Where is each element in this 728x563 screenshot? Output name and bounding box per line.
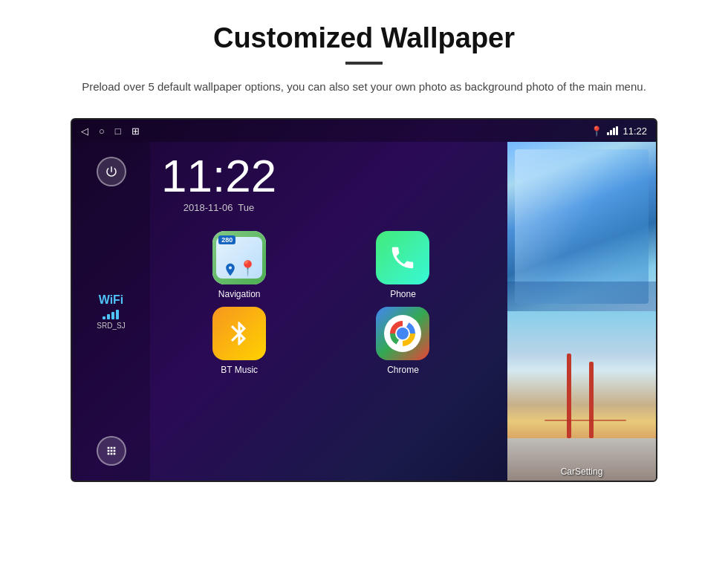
signal-icon	[607, 126, 618, 135]
svg-point-6	[397, 328, 409, 339]
page-title: Customized Wallpaper	[213, 22, 515, 54]
time-display: 11:22	[623, 126, 647, 137]
list-item[interactable]: Chrome	[325, 307, 481, 375]
wifi-ssid: SRD_SJ	[97, 322, 125, 330]
clock-date: 2018-11-06 Tue	[161, 202, 276, 213]
apps-button[interactable]	[97, 436, 126, 466]
wifi-label: WiFi	[97, 293, 125, 307]
clock-time: 11:22	[161, 153, 276, 199]
wifi-widget: WiFi SRD_SJ	[97, 293, 125, 330]
app-label: BT Music	[221, 365, 258, 375]
screen-content: WiFi SRD_SJ	[72, 142, 656, 481]
bt-music-app-icon	[212, 307, 266, 360]
list-item[interactable]: 280 📍 Navigation	[161, 231, 317, 299]
android-screen: ◁ ○ □ ⊞ 📍 11:22	[71, 118, 657, 482]
app-label: Chrome	[387, 365, 419, 375]
clock-widget: 11:22 2018-11-06 Tue	[161, 153, 276, 213]
carsetting-label: CarSetting	[507, 466, 656, 477]
location-icon: 📍	[591, 126, 602, 137]
wifi-bars	[97, 309, 125, 319]
wallpaper-panel: CarSetting	[507, 142, 656, 481]
wallpaper-thumb-ice[interactable]	[507, 142, 656, 311]
nav-badge: 280	[218, 235, 235, 244]
phone-app-icon	[376, 231, 429, 284]
power-button[interactable]	[97, 157, 126, 186]
wallpaper-thumb-bridge[interactable]: CarSetting	[507, 311, 656, 481]
app-label: Phone	[390, 289, 416, 299]
sidebar: WiFi SRD_SJ	[72, 142, 150, 481]
list-item[interactable]: BT Music	[161, 307, 317, 375]
app-label: Navigation	[218, 289, 261, 299]
status-indicators: 📍 11:22	[591, 126, 647, 137]
nav-pin: 📍	[238, 259, 257, 277]
recents-icon: □	[115, 126, 121, 137]
navigation-app-icon: 280 📍	[212, 231, 266, 284]
title-divider	[345, 62, 383, 65]
home-icon: ○	[99, 126, 105, 137]
status-bar: ◁ ○ □ ⊞ 📍 11:22	[72, 120, 656, 142]
chrome-app-icon	[376, 307, 429, 360]
nav-buttons: ◁ ○ □ ⊞	[81, 126, 140, 137]
list-item[interactable]: Phone	[325, 231, 481, 299]
screenshot-icon: ⊞	[131, 126, 140, 137]
back-icon: ◁	[81, 126, 88, 137]
page-description: Preload over 5 default wallpaper options…	[82, 78, 646, 96]
